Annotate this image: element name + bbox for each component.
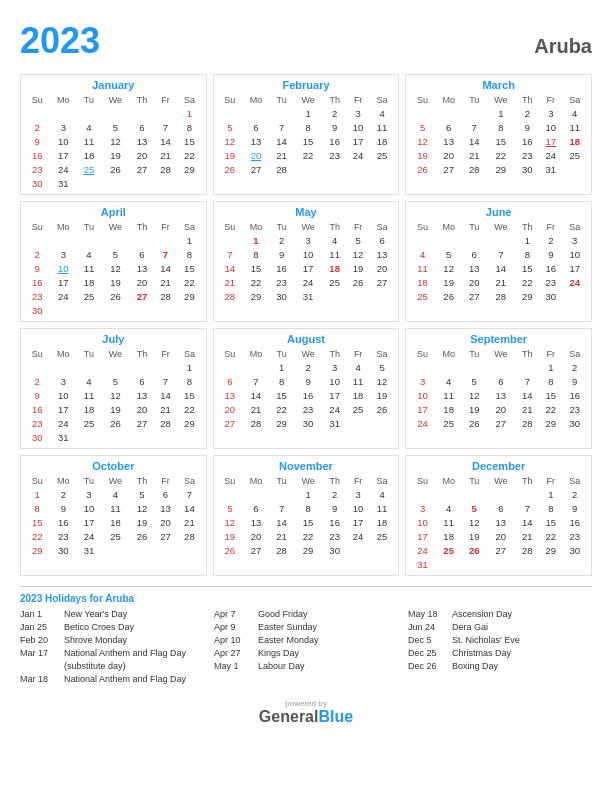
day-header: Tu bbox=[270, 348, 293, 360]
powered-by-text: powered by bbox=[20, 699, 592, 708]
calendar-day: 5 bbox=[410, 120, 434, 134]
holiday-item: Jan 1New Year's Day bbox=[20, 609, 204, 619]
holiday-date bbox=[20, 661, 60, 671]
calendar-day: 24 bbox=[346, 529, 369, 543]
calendar-day: 18 bbox=[410, 275, 434, 289]
day-header: Mo bbox=[435, 221, 463, 233]
holidays-section: 2023 Holidays for Aruba Jan 1New Year's … bbox=[20, 586, 592, 687]
calendar-day: 1 bbox=[177, 360, 202, 374]
calendar-day: 2 bbox=[25, 247, 49, 261]
calendar-day: 13 bbox=[486, 515, 516, 529]
calendar-day: 30 bbox=[49, 543, 77, 557]
holiday-date: May 1 bbox=[214, 661, 254, 671]
calendar-day bbox=[486, 233, 516, 247]
calendar-day: 2 bbox=[323, 487, 346, 501]
calendar-day: 26 bbox=[370, 402, 394, 416]
month-name: January bbox=[25, 79, 202, 91]
calendar-day: 11 bbox=[435, 515, 463, 529]
day-header: Sa bbox=[177, 475, 202, 487]
calendar-day: 5 bbox=[218, 501, 242, 515]
calendar-day: 24 bbox=[77, 529, 100, 543]
calendar-day: 28 bbox=[177, 529, 202, 543]
day-header: Sa bbox=[563, 348, 587, 360]
calendar-day: 12 bbox=[370, 374, 394, 388]
calendar-day: 25 bbox=[77, 162, 100, 176]
day-header: Mo bbox=[49, 348, 77, 360]
calendar-day: 25 bbox=[346, 402, 369, 416]
calendar-day: 20 bbox=[218, 402, 242, 416]
calendar-day: 7 bbox=[270, 501, 293, 515]
calendar-day: 15 bbox=[25, 515, 49, 529]
calendar-day: 15 bbox=[177, 134, 202, 148]
day-header: Su bbox=[25, 475, 49, 487]
calendar-day bbox=[130, 176, 153, 190]
calendar-day: 7 bbox=[154, 374, 177, 388]
holiday-item: Apr 7Good Friday bbox=[214, 609, 398, 619]
calendar-day: 28 bbox=[154, 162, 177, 176]
holiday-name: Kings Day bbox=[258, 648, 299, 658]
calendar-day: 11 bbox=[435, 388, 463, 402]
calendar-day: 29 bbox=[25, 543, 49, 557]
calendar-day bbox=[218, 106, 242, 120]
holiday-name: National Anthem and Flag Day bbox=[64, 648, 186, 658]
day-header: We bbox=[101, 221, 131, 233]
calendar-day: 2 bbox=[563, 487, 587, 501]
calendar-day: 21 bbox=[270, 529, 293, 543]
calendar-day: 28 bbox=[270, 543, 293, 557]
calendar-day: 29 bbox=[539, 416, 562, 430]
calendar-day: 25 bbox=[370, 529, 394, 543]
year-title: 2023 bbox=[20, 20, 100, 62]
calendar-day: 13 bbox=[218, 388, 242, 402]
calendar-day: 19 bbox=[410, 148, 434, 162]
calendar-day: 10 bbox=[539, 120, 562, 134]
calendar-day: 24 bbox=[293, 275, 323, 289]
holiday-name: Easter Monday bbox=[258, 635, 319, 645]
calendar-day: 16 bbox=[25, 148, 49, 162]
calendar-day: 1 bbox=[539, 487, 562, 501]
day-header: Mo bbox=[435, 348, 463, 360]
calendar-day: 14 bbox=[516, 388, 539, 402]
day-header: We bbox=[293, 475, 323, 487]
calendar-day: 26 bbox=[218, 162, 242, 176]
holiday-item: May 1Labour Day bbox=[214, 661, 398, 671]
day-header: Su bbox=[25, 348, 49, 360]
month-name: August bbox=[218, 333, 395, 345]
calendar-day: 12 bbox=[435, 261, 463, 275]
calendar-day: 14 bbox=[154, 388, 177, 402]
day-header: Tu bbox=[270, 221, 293, 233]
calendar-day: 21 bbox=[154, 402, 177, 416]
calendar-day: 11 bbox=[370, 501, 394, 515]
calendar-day: 6 bbox=[242, 120, 270, 134]
calendar-day: 17 bbox=[49, 148, 77, 162]
calendar-day: 14 bbox=[242, 388, 270, 402]
calendar-day: 10 bbox=[293, 247, 323, 261]
calendar-day: 7 bbox=[177, 487, 202, 501]
calendar-day: 3 bbox=[323, 360, 346, 374]
day-header: Sa bbox=[370, 94, 394, 106]
calendar-day: 14 bbox=[486, 261, 516, 275]
day-header: Mo bbox=[242, 475, 270, 487]
calendar-day: 26 bbox=[435, 289, 463, 303]
calendar-day bbox=[77, 303, 100, 317]
day-header: Tu bbox=[77, 475, 100, 487]
calendar-day: 14 bbox=[218, 261, 242, 275]
day-header: Sa bbox=[563, 94, 587, 106]
calendar-day: 5 bbox=[435, 247, 463, 261]
calendar-day: 23 bbox=[25, 416, 49, 430]
calendar-day: 9 bbox=[563, 374, 587, 388]
calendar-day: 10 bbox=[77, 501, 100, 515]
calendar-day: 26 bbox=[463, 416, 486, 430]
calendar-day: 23 bbox=[563, 402, 587, 416]
calendar-day: 6 bbox=[486, 501, 516, 515]
calendar-day: 5 bbox=[101, 120, 131, 134]
calendar-day: 30 bbox=[293, 416, 323, 430]
calendar-day: 12 bbox=[218, 134, 242, 148]
month-name: October bbox=[25, 460, 202, 472]
calendar-day: 16 bbox=[539, 261, 562, 275]
calendar-day: 20 bbox=[370, 261, 394, 275]
holiday-name: Christmas Day bbox=[452, 648, 511, 658]
calendar-day bbox=[218, 233, 242, 247]
holiday-date: Jan 1 bbox=[20, 609, 60, 619]
calendar-day bbox=[370, 543, 394, 557]
calendar-day: 11 bbox=[77, 134, 100, 148]
